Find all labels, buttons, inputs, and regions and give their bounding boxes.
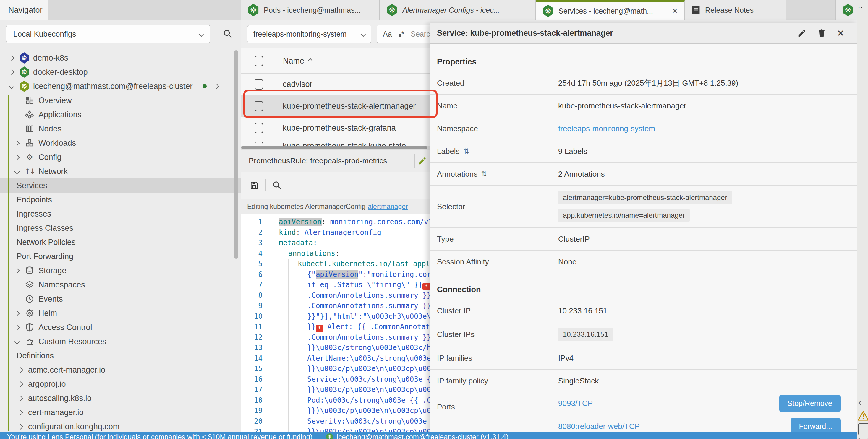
grid-icon	[25, 96, 35, 105]
dock-tab-title[interactable]: PrometheusRule: freepeals-prod-metrics	[241, 156, 414, 165]
sidebar-item-acme-cert-manager-io[interactable]: acme.cert-manager.io	[0, 363, 241, 377]
indent-guide	[298, 269, 307, 280]
row-checkbox[interactable]	[254, 101, 263, 111]
tab-services-icecheng-math[interactable]: ☸Services - icecheng@math...✕	[536, 0, 685, 20]
table-row[interactable]: kube-prometheus-stack-grafana	[241, 117, 430, 139]
indent-guide	[279, 385, 288, 395]
indent-guide	[279, 416, 288, 427]
edit-icon[interactable]	[418, 157, 427, 165]
property-label: Annotations⇅	[437, 170, 558, 179]
sidebar-item-namespaces[interactable]: Namespaces	[0, 278, 241, 292]
sidebar-item-ingresses[interactable]: Ingresses	[0, 207, 241, 221]
search-input[interactable]: Aa * Search	[377, 25, 430, 43]
table-row[interactable]: kube-prometheus-stack-kube-state-metrics	[241, 139, 430, 146]
chevron-right-icon	[14, 310, 20, 316]
kubernetes-icon: ☸	[842, 4, 854, 16]
sidebar-item-access-control[interactable]: Access Control	[0, 320, 241, 334]
sidebar-item-endpoints[interactable]: Endpoints	[0, 193, 241, 207]
kubernetes-icon: ☸	[19, 52, 29, 64]
kubeconfig-select[interactable]: Local Kubeconfigs	[6, 25, 211, 43]
sidebar-item-custom-resources[interactable]: Custom Resources	[0, 334, 241, 348]
indent-guide	[288, 280, 298, 291]
editing-resource-link[interactable]: alertmanager	[368, 203, 408, 211]
port-link[interactable]: 8080:reloader-web/TCP	[558, 422, 640, 431]
sidebar-item-storage[interactable]: Storage	[0, 264, 241, 278]
yaml-editor[interactable]: 1apiVersion: monitoring.coreos.com/v12ki…	[241, 214, 430, 432]
indent-guide	[279, 311, 288, 322]
sidebar-scrollbar[interactable]	[234, 50, 238, 259]
tab-alertmanager-configs-icec[interactable]: ☸Alertmanager Configs - icec...	[380, 0, 536, 20]
sidebar-item-icecheng-mathmast-com-freeleap[interactable]: ☸icecheng@mathmast.com@freeleaps-cluster	[0, 79, 241, 93]
sidebar-item-events[interactable]: Events	[0, 292, 241, 306]
code-line: 12.CommonAnnotations.summary }}	[241, 332, 430, 343]
match-case-toggle[interactable]: Aa	[383, 30, 392, 38]
port-link[interactable]: 9093/TCP	[558, 399, 593, 408]
code-line: 15}}\u003c/p\u003e\n\u003cp\u003	[241, 364, 430, 374]
sidebar-item-demo-k8s[interactable]: ☸demo-k8s	[0, 51, 241, 65]
status-cluster-button[interactable]: ☸ icecheng@mathmast.com@freeleaps-cluste…	[326, 433, 508, 439]
sidebar-item-cert-manager-io[interactable]: cert-manager.io	[0, 405, 241, 419]
row-checkbox[interactable]	[254, 123, 263, 133]
sort-toggle-icon[interactable]: ⇅	[463, 147, 469, 156]
close-icon[interactable]: ✕	[672, 7, 678, 15]
save-icon[interactable]	[250, 180, 259, 190]
navigator-tab[interactable]: Navigator	[0, 0, 48, 20]
sidebar-item-docker-desktop[interactable]: ☸docker-desktop	[0, 65, 241, 79]
chevron-right-icon[interactable]	[214, 83, 219, 89]
chevron-left-icon: ‹	[858, 397, 862, 408]
sidebar-item-network[interactable]: ↑↓Network	[0, 164, 241, 178]
indent-guide	[279, 259, 288, 269]
code-line: 5kubectl.kubernetes.io/last-appli	[241, 259, 430, 269]
sidebar-item-config[interactable]: ⚙Config	[0, 150, 241, 164]
row-checkbox[interactable]	[254, 141, 263, 146]
port-row: 8080:reloader-web/TCPForward...	[558, 416, 840, 432]
name-column-header[interactable]: Name	[273, 54, 312, 67]
sidebar-item-label: argoproj.io	[28, 380, 66, 389]
delete-icon[interactable]	[817, 29, 826, 38]
namespace-link[interactable]: freeleaps-monitoring-system	[558, 124, 655, 133]
row-checkbox[interactable]	[254, 79, 263, 90]
indent-guide	[298, 364, 307, 374]
tab-pods-icecheng-mathmas[interactable]: ☸Pods - icecheng@mathmas...	[241, 0, 380, 20]
line-number: 1	[241, 217, 262, 228]
code-line: 16Service:\u003c/strong\u003e {	[241, 374, 430, 385]
sidebar-item-definitions[interactable]: Definitions	[0, 348, 241, 363]
regex-icon	[399, 34, 401, 37]
tab-release-notes[interactable]: Release Notes	[685, 0, 786, 20]
sidebar-item-workloads[interactable]: Workloads	[0, 136, 241, 150]
sidebar-item-services[interactable]: Services	[0, 178, 241, 193]
sidebar-item-nodes[interactable]: Nodes	[0, 122, 241, 136]
stop-remove-button[interactable]: Stop/Remove	[779, 395, 840, 412]
code-line: 3metadata:	[241, 238, 430, 248]
chevron-right-icon	[9, 55, 14, 61]
regex-toggle[interactable]: *	[399, 30, 404, 38]
sidebar-item-port-forwarding[interactable]: Port Forwarding	[0, 249, 241, 264]
sidebar-item-argoproj-io[interactable]: argoproj.io	[0, 377, 241, 391]
chevron-right-icon	[18, 424, 23, 429]
sidebar-item-configuration-konghq-com[interactable]: configuration.konghq.com	[0, 419, 241, 434]
forward-button[interactable]: Forward...	[790, 418, 840, 432]
indent-guide	[298, 427, 307, 432]
search-icon[interactable]	[223, 29, 232, 38]
chevron-right-icon	[18, 381, 23, 387]
table-row[interactable]: kube-prometheus-stack-alertmanager	[241, 95, 430, 117]
sidebar-item-network-policies[interactable]: Network Policies	[0, 235, 241, 249]
sidebar-item-overview[interactable]: Overview	[0, 93, 241, 107]
horizontal-scrollbar[interactable]	[241, 146, 430, 150]
sidebar-item-label: icecheng@mathmast.com@freeleaps-cluster	[33, 82, 193, 91]
chevron-right-icon	[14, 325, 20, 330]
sort-toggle-icon[interactable]: ⇅	[481, 170, 487, 178]
sidebar-item-autoscaling-k8s-io[interactable]: autoscaling.k8s.io	[0, 391, 241, 405]
table-row[interactable]: cadvisor	[241, 74, 430, 95]
dock-tab-bar: PrometheusRule: freepeals-prod-metrics	[241, 150, 430, 172]
select-all-checkbox[interactable]	[254, 56, 263, 66]
background-window-button	[858, 438, 868, 439]
sidebar-item-helm[interactable]: Helm	[0, 306, 241, 320]
sidebar-item-ingress-classes[interactable]: Ingress Classes	[0, 221, 241, 235]
editor-search-icon[interactable]	[272, 180, 282, 190]
namespace-select[interactable]: freeleaps-monitoring-system	[247, 25, 371, 43]
sidebar-item-applications[interactable]: Applications	[0, 107, 241, 122]
edit-icon[interactable]	[797, 29, 806, 38]
close-icon[interactable]: ✕	[837, 28, 844, 38]
sidebar-item-label: Port Forwarding	[17, 252, 73, 261]
